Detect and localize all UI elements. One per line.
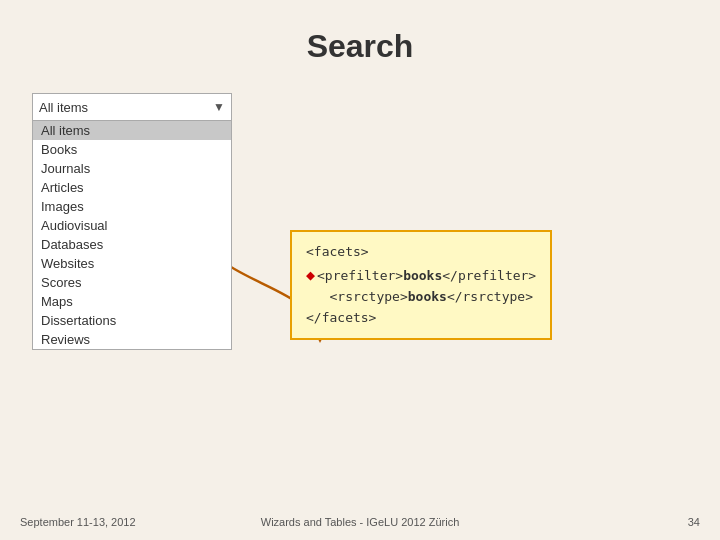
code-line-4: </facets> <box>306 308 536 329</box>
code-line-3: <rsrctype>books</rsrctype> <box>306 287 536 308</box>
dropdown-selected-label: All items <box>39 100 88 115</box>
slide-title: Search <box>0 0 720 83</box>
slide: Search All items ▼ All items Books Journ… <box>0 0 720 540</box>
dropdown-list: All items Books Journals Articles Images… <box>32 120 232 350</box>
list-item[interactable]: Journals <box>33 159 231 178</box>
footer-right: 34 <box>688 516 700 528</box>
dropdown-select-box[interactable]: All items ▼ <box>32 93 232 121</box>
list-item[interactable]: Articles <box>33 178 231 197</box>
list-item[interactable]: Databases <box>33 235 231 254</box>
code-line-1: <facets> <box>306 242 536 263</box>
dropdown-container: All items ▼ All items Books Journals Art… <box>32 93 232 121</box>
footer-left: September 11-13, 2012 <box>20 516 136 528</box>
list-item[interactable]: All items <box>33 121 231 140</box>
code-line-2: ◆<prefilter>books</prefilter> <box>306 263 536 287</box>
footer-center-text: Wizards and Tables - IGeLU 2012 Zürich <box>261 516 460 528</box>
dropdown-arrow-icon: ▼ <box>213 100 225 114</box>
list-item[interactable]: Maps <box>33 292 231 311</box>
list-item[interactable]: Books <box>33 140 231 159</box>
list-item[interactable]: Websites <box>33 254 231 273</box>
list-item[interactable]: Dissertations <box>33 311 231 330</box>
list-item[interactable]: Reviews <box>33 330 231 349</box>
list-item[interactable]: Audiovisual <box>33 216 231 235</box>
list-item[interactable]: Scores <box>33 273 231 292</box>
content-area: All items ▼ All items Books Journals Art… <box>0 83 720 121</box>
code-box: <facets> ◆<prefilter>books</prefilter> <… <box>290 230 552 340</box>
bullet-icon: ◆ <box>306 266 315 284</box>
footer-center: Wizards and Tables - IGeLU 2012 Zürich <box>261 516 460 528</box>
list-item[interactable]: Images <box>33 197 231 216</box>
